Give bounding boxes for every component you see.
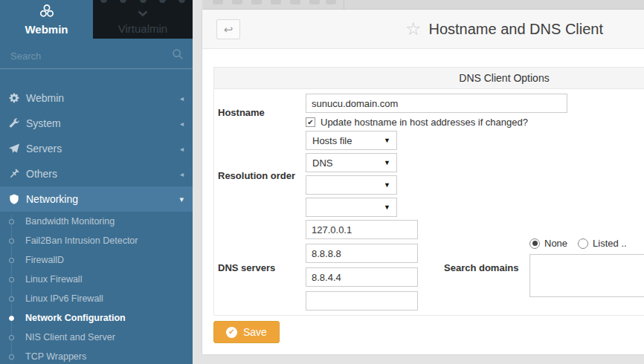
dns-servers-label: DNS servers <box>214 220 306 315</box>
sidebar-item-system[interactable]: System ◂ <box>0 111 193 136</box>
sidebar-item-label: Others <box>26 168 57 180</box>
resolution-select-4[interactable]: ▼ <box>306 198 397 217</box>
search-domains-label: Search domains <box>444 220 529 315</box>
title-wrap: ☆ Hostname and DNS Client <box>405 10 603 48</box>
radio-none[interactable] <box>529 238 540 249</box>
sidebar-item-others[interactable]: Others ◂ <box>0 161 193 186</box>
dropdown-caret-icon: ▼ <box>384 137 390 144</box>
chevron-left-icon: ◂ <box>180 94 184 103</box>
page-header: ↩ ☆ Hostname and DNS Client <box>202 10 644 49</box>
radio-none-label: None <box>544 238 567 249</box>
radio-listed[interactable] <box>578 238 588 249</box>
resolution-select-1[interactable]: Hosts file ▼ <box>306 131 397 150</box>
dropdown-caret-icon: ▼ <box>384 181 390 189</box>
submenu-label: FirewallD <box>25 255 64 265</box>
sidebar-item-label: Webmin <box>26 92 64 104</box>
webmin-logo-icon <box>39 3 55 22</box>
bullet-icon <box>9 354 14 360</box>
actions-bar: Save <box>202 316 644 343</box>
page-title: Hostname and DNS Client <box>428 21 603 38</box>
sidebar-search <box>0 43 193 69</box>
tab-webmin-label: Webmin <box>25 23 68 36</box>
sidebar-item-fail2ban[interactable]: Fail2Ban Intrusion Detector <box>0 231 193 250</box>
dns-servers-row: DNS servers Search domains None <box>214 220 644 315</box>
sidebar-item-network-configuration[interactable]: Network Configuration <box>0 308 193 328</box>
dns-server-input-1[interactable] <box>306 220 418 239</box>
radio-listed-label: Listed .. <box>593 238 627 249</box>
save-button-label: Save <box>243 326 267 338</box>
sidebar-item-tcp-wrappers[interactable]: TCP Wrappers <box>0 347 193 364</box>
submenu-label: Fail2Ban Intrusion Detector <box>25 235 138 246</box>
tab-virtualmin[interactable]: Virtualmin <box>93 0 193 39</box>
chevron-down-icon <box>138 7 148 19</box>
chevron-left-icon: ◂ <box>180 170 184 178</box>
search-domains-textarea[interactable] <box>529 254 644 297</box>
gear-icon <box>9 93 26 103</box>
sidebar-item-networking[interactable]: Networking ▾ <box>0 186 193 212</box>
sidebar-item-bandwidth-monitoring[interactable]: Bandwidth Monitoring <box>0 212 193 231</box>
sidebar-item-label: Servers <box>26 143 62 155</box>
dropdown-caret-icon: ▼ <box>384 159 390 166</box>
sidebar-tabs: Webmin Virtualmin <box>0 0 193 39</box>
tab-virtualmin-label: Virtualmin <box>118 22 167 35</box>
selected-option: DNS <box>312 157 332 169</box>
dns-server-input-3[interactable] <box>306 267 418 287</box>
sidebar-item-servers[interactable]: Servers ◂ <box>0 136 193 161</box>
sidebar-item-linux-firewall[interactable]: Linux Firewall <box>0 270 193 289</box>
selected-option: Hosts file <box>312 135 352 146</box>
back-arrow-icon: ↩ <box>224 23 234 36</box>
update-hostname-checkbox-row: Update hostname in host addresses if cha… <box>306 117 644 128</box>
sidebar-item-webmin[interactable]: Webmin ◂ <box>0 85 193 111</box>
resolution-order-row: Resolution order Hosts file ▼ DNS ▼ ▼ <box>214 131 644 220</box>
panel-title: DNS Client Options <box>459 72 549 84</box>
paper-plane-icon <box>9 143 26 154</box>
resolution-select-3[interactable]: ▼ <box>306 175 397 195</box>
hostname-input[interactable] <box>306 94 567 113</box>
sidebar-item-label: Networking <box>26 193 78 205</box>
panel-header: DNS Client Options <box>213 67 644 89</box>
submenu-label: NIS Client and Server <box>25 332 115 342</box>
search-domains-radio-row: None Listed .. <box>529 238 644 249</box>
update-hostname-checkbox-label: Update hostname in host addresses if cha… <box>321 117 528 128</box>
clipped-top-toolbar <box>202 0 644 10</box>
submenu-label: Linux IPv6 Firewall <box>25 293 103 304</box>
favorite-star-icon[interactable]: ☆ <box>405 20 422 38</box>
save-button[interactable]: Save <box>213 321 280 343</box>
sidebar-item-linux-ipv6-firewall[interactable]: Linux IPv6 Firewall <box>0 289 193 308</box>
sidebar: Webmin Virtualmin Webmin ◂ System <box>0 0 193 364</box>
chevron-left-icon: ◂ <box>180 145 184 153</box>
networking-submenu: Bandwidth Monitoring Fail2Ban Intrusion … <box>0 212 193 364</box>
bullet-icon <box>9 335 14 340</box>
update-hostname-checkbox[interactable] <box>306 117 315 127</box>
bullet-icon <box>9 296 14 302</box>
resolution-order-label: Resolution order <box>214 131 306 220</box>
search-icon <box>172 48 184 63</box>
bullet-icon <box>9 258 14 263</box>
back-button[interactable]: ↩ <box>216 19 240 39</box>
hostname-row: Hostname Update hostname in host address… <box>214 94 644 131</box>
bullet-icon <box>9 219 14 224</box>
submenu-label: TCP Wrappers <box>25 351 86 362</box>
sidebar-item-nis-client-server[interactable]: NIS Client and Server <box>0 328 193 347</box>
bullet-icon <box>9 277 14 282</box>
shield-icon <box>9 194 26 204</box>
wrench-icon <box>9 118 26 129</box>
tab-webmin[interactable]: Webmin <box>0 0 93 39</box>
dns-client-options-panel: DNS Client Options Hostname Update hostn… <box>213 67 644 316</box>
submenu-label: Bandwidth Monitoring <box>25 216 115 227</box>
gavel-icon <box>9 169 26 179</box>
dns-server-input-2[interactable] <box>306 244 418 263</box>
sidebar-item-label: System <box>26 117 61 129</box>
chevron-down-icon: ▾ <box>179 195 184 204</box>
content-card: ↩ ☆ Hostname and DNS Client DNS Client O… <box>202 10 644 354</box>
submenu-label: Network Configuration <box>25 313 126 323</box>
bullet-icon <box>9 238 14 244</box>
dns-server-input-4[interactable] <box>306 291 418 311</box>
panel-body: Hostname Update hostname in host address… <box>213 89 644 316</box>
submenu-label: Linux Firewall <box>25 274 82 285</box>
search-input[interactable] <box>9 50 172 62</box>
resolution-select-2[interactable]: DNS ▼ <box>306 153 397 172</box>
bullet-icon <box>9 316 14 321</box>
dropdown-caret-icon: ▼ <box>384 204 390 211</box>
sidebar-item-firewalld[interactable]: FirewallD <box>0 250 193 270</box>
